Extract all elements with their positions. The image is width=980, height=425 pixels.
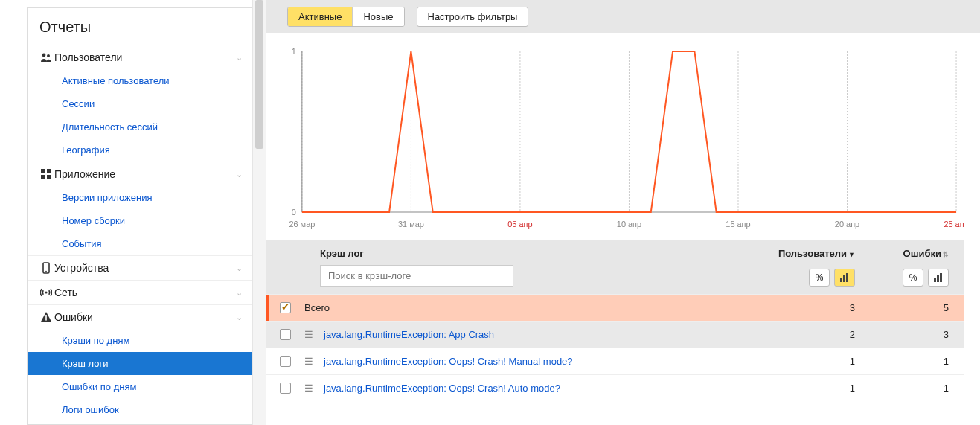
svg-rect-31 [846,273,848,282]
svg-text:1: 1 [292,47,296,56]
sidebar-section-label: Пользователи [54,51,236,63]
row-checkbox[interactable] [280,329,291,340]
svg-text:25 апр: 25 апр [944,220,964,229]
row-errors-value: 1 [855,356,949,367]
sidebar-item[interactable]: Сессии [28,92,252,115]
table-total-row: Всего 3 5 [266,294,964,321]
crash-table: Крэш лог Пользователи▼ % [266,240,980,401]
sidebar-section-warn[interactable]: Ошибки⌄ [28,305,252,329]
sidebar-item[interactable]: География [28,138,252,162]
svg-rect-10 [45,319,47,321]
users-percent-toggle[interactable]: % [809,269,830,287]
sort-errors-label: Ошибки [903,248,941,259]
chevron-down-icon: ⌄ [236,263,243,273]
sort-users[interactable]: Пользователи▼ [778,248,855,259]
status-active-button[interactable]: Активные [288,7,352,26]
bar-chart-icon [934,273,943,282]
row-errors-value: 3 [855,329,949,340]
sidebar-item[interactable]: Крэш логи [28,352,252,375]
status-new-button[interactable]: Новые [352,7,403,26]
errors-bars-toggle[interactable] [928,269,949,287]
svg-rect-32 [934,278,936,282]
sidebar-scrollbar[interactable] [252,0,266,425]
svg-rect-3 [47,169,51,173]
list-icon: ☰ [304,383,313,394]
svg-rect-34 [940,273,942,282]
sidebar-item[interactable]: Активные пользователи [28,69,252,92]
svg-rect-30 [843,275,845,282]
network-icon [38,287,54,298]
svg-point-7 [45,271,47,272]
sidebar-item[interactable]: Крэши по дням [28,329,252,352]
sidebar-section-users[interactable]: Пользователи⌄ [28,45,252,69]
crash-chart: 26 мар31 мар05 апр10 апр15 апр20 апр25 а… [266,33,980,240]
sort-errors[interactable]: Ошибки⇅ [903,248,949,259]
table-row: ☰java.lang.RuntimeException: Oops! Crash… [266,374,964,401]
device-icon [38,262,54,274]
list-icon: ☰ [304,356,313,367]
svg-point-8 [45,291,47,293]
app-icon [38,168,54,180]
svg-text:10 апр: 10 апр [617,220,641,229]
total-errors-value: 5 [855,302,949,313]
sort-users-label: Пользователи [778,248,847,259]
sidebar-item[interactable]: Версии приложения [28,186,252,209]
row-checkbox[interactable] [280,383,291,394]
row-users-value: 1 [743,356,855,367]
table-row: ☰java.lang.RuntimeException: App Crash23 [266,321,964,348]
svg-text:26 мар: 26 мар [289,220,315,229]
sidebar-section-label: Ошибки [54,311,236,323]
sidebar-section-label: Приложение [54,168,236,180]
svg-rect-29 [840,278,842,282]
svg-point-0 [42,54,46,57]
list-icon: ☰ [304,329,313,340]
sidebar-section-device[interactable]: Устройства⌄ [28,256,252,280]
chevron-down-icon: ⌄ [236,53,243,63]
sidebar-item[interactable]: Длительность сессий [28,115,252,138]
svg-rect-9 [45,315,47,319]
table-row: ☰java.lang.RuntimeException: Oops! Crash… [266,348,964,374]
svg-text:05 апр: 05 апр [507,220,532,229]
filter-toolbar: Активные Новые Настроить фильтры [266,0,980,33]
svg-rect-4 [41,175,45,179]
table-header-title: Крэш лог [320,248,743,259]
status-toggle: Активные Новые [287,7,405,27]
bar-chart-icon [840,273,849,282]
svg-rect-2 [41,169,45,173]
row-users-value: 1 [743,383,855,394]
sidebar-section-network[interactable]: Сеть⌄ [28,281,252,304]
sidebar-title: Отчеты [28,8,252,45]
crash-link[interactable]: java.lang.RuntimeException: Oops! Crash!… [324,383,743,394]
total-checkbox[interactable] [280,302,291,313]
total-label: Всего [304,302,743,313]
row-errors-value: 1 [855,383,949,394]
sidebar-item[interactable]: Номер сборки [28,209,252,232]
total-users-value: 3 [743,302,855,313]
crash-link[interactable]: java.lang.RuntimeException: App Crash [324,329,743,340]
svg-text:31 мар: 31 мар [398,220,424,229]
chevron-down-icon: ⌄ [236,313,243,322]
chevron-down-icon: ⌄ [236,288,243,298]
table-header: Крэш лог Пользователи▼ % [266,240,964,294]
sidebar-item[interactable]: События [28,232,252,255]
errors-percent-toggle[interactable]: % [903,269,923,287]
sidebar-section-app[interactable]: Приложение⌄ [28,162,252,186]
svg-text:15 апр: 15 апр [726,220,750,229]
configure-filters-button[interactable]: Настроить фильтры [417,7,529,27]
chevron-down-icon: ⌄ [236,170,243,179]
main: Активные Новые Настроить фильтры 26 мар3… [266,0,980,425]
svg-point-1 [47,54,50,57]
svg-rect-33 [937,275,939,282]
sidebar-item[interactable]: Логи ошибок [28,398,252,421]
svg-text:0: 0 [292,208,296,217]
crash-search-input[interactable] [320,265,513,287]
sidebar-item[interactable]: Ошибки по дням [28,375,252,398]
svg-rect-5 [47,175,51,179]
row-checkbox[interactable] [280,356,291,367]
crash-link[interactable]: java.lang.RuntimeException: Oops! Crash!… [324,356,743,367]
sidebar-section-label: Устройства [54,262,236,274]
svg-text:20 апр: 20 апр [835,220,859,229]
users-icon [38,51,54,63]
sidebar-section-label: Сеть [54,287,236,298]
users-bars-toggle[interactable] [834,269,855,287]
